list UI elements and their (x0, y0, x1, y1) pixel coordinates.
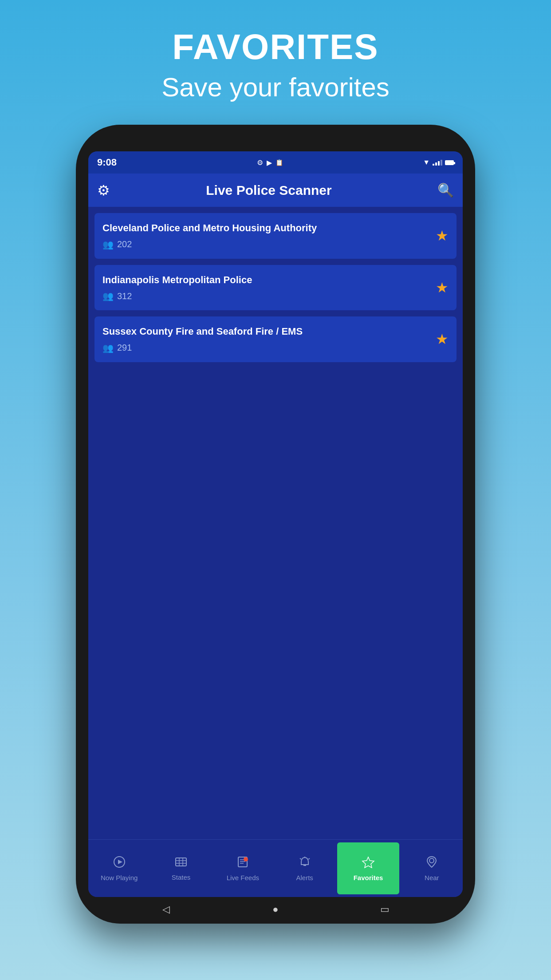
favorite-star-icon[interactable]: ★ (436, 227, 449, 244)
page-header: FAVORITES Save your favorites (161, 0, 390, 103)
gear-status-icon: ⚙ (257, 158, 263, 167)
settings-icon[interactable]: ⚙ (97, 182, 110, 199)
list-item-title: Indianapolis Metropolitan Police (102, 274, 429, 287)
status-right-icons: ▼ (423, 158, 454, 166)
app-title: Live Police Scanner (118, 183, 420, 198)
clipboard-status-icon: 📋 (276, 159, 283, 166)
listeners-icon: 👥 (102, 343, 114, 353)
nav-label-now-playing: Now Playing (101, 874, 138, 881)
favorite-star-icon[interactable]: ★ (436, 279, 449, 296)
svg-line-15 (308, 858, 310, 859)
page-subtitle: Save your favorites (161, 72, 390, 103)
nav-item-live-feeds[interactable]: Live Feeds (212, 840, 274, 897)
wifi-icon: ▼ (423, 158, 430, 166)
svg-line-14 (300, 858, 301, 859)
svg-point-11 (244, 857, 248, 861)
list-item-title: Cleveland Police and Metro Housing Autho… (102, 222, 429, 235)
signal-icon (433, 159, 442, 166)
status-time: 9:08 (97, 157, 117, 168)
bottom-nav: Now Playing States (88, 839, 463, 897)
states-icon (175, 856, 187, 871)
favorite-star-icon[interactable]: ★ (436, 331, 449, 348)
phone-shell: 9:08 ⚙ ▶ 📋 ▼ ⚙ Live Police Scanner (76, 125, 475, 924)
list-item[interactable]: Cleveland Police and Metro Housing Autho… (94, 213, 457, 259)
listeners-count: 291 (117, 343, 132, 353)
list-item-listeners: 👥 202 (102, 239, 429, 250)
listeners-icon: 👥 (102, 291, 114, 301)
svg-marker-1 (118, 860, 122, 864)
list-item-listeners: 👥 312 (102, 291, 429, 301)
nav-label-states: States (172, 873, 191, 881)
alerts-icon (299, 856, 311, 871)
nav-item-now-playing[interactable]: Now Playing (88, 840, 150, 897)
nav-label-alerts: Alerts (296, 874, 313, 881)
list-item-title: Sussex County Fire and Seaford Fire / EM… (102, 325, 429, 338)
recents-button[interactable]: ▭ (376, 901, 394, 918)
main-content: Cleveland Police and Metro Housing Autho… (88, 207, 463, 839)
back-button[interactable]: ◁ (157, 901, 175, 918)
app-header: ⚙ Live Police Scanner 🔍 (88, 174, 463, 207)
list-item-listeners: 👥 291 (102, 343, 429, 353)
list-item[interactable]: Indianapolis Metropolitan Police 👥 312 ★ (94, 265, 457, 311)
nav-item-near[interactable]: Near (401, 840, 463, 897)
listeners-count: 202 (117, 239, 132, 249)
now-playing-icon (113, 856, 126, 871)
svg-rect-2 (176, 858, 186, 866)
status-bar: 9:08 ⚙ ▶ 📋 ▼ (88, 151, 463, 174)
play-status-icon: ▶ (267, 158, 272, 167)
phone-screen: 9:08 ⚙ ▶ 📋 ▼ ⚙ Live Police Scanner (88, 151, 463, 897)
favorites-icon (362, 856, 375, 871)
nav-label-live-feeds: Live Feeds (227, 874, 259, 881)
nav-label-favorites: Favorites (354, 874, 383, 881)
listeners-icon: 👥 (102, 239, 114, 250)
home-button[interactable]: ● (267, 901, 284, 918)
svg-marker-16 (362, 857, 374, 868)
listeners-count: 312 (117, 291, 132, 301)
page-title: FAVORITES (161, 27, 390, 67)
battery-icon (445, 160, 454, 165)
nav-item-favorites[interactable]: Favorites (337, 842, 399, 894)
nav-item-states[interactable]: States (150, 840, 212, 897)
svg-point-17 (429, 858, 434, 863)
search-icon[interactable]: 🔍 (437, 182, 454, 198)
list-item-info: Indianapolis Metropolitan Police 👥 312 (102, 274, 429, 302)
list-item[interactable]: Sussex County Fire and Seaford Fire / EM… (94, 316, 457, 362)
status-icons: ⚙ ▶ 📋 (257, 158, 283, 167)
near-icon (426, 856, 437, 871)
live-feeds-icon (236, 856, 249, 871)
list-item-info: Cleveland Police and Metro Housing Autho… (102, 222, 429, 250)
list-item-info: Sussex County Fire and Seaford Fire / EM… (102, 325, 429, 353)
nav-label-near: Near (425, 874, 439, 881)
phone-bottom-buttons: ◁ ● ▭ (76, 901, 475, 918)
nav-item-alerts[interactable]: Alerts (274, 840, 335, 897)
